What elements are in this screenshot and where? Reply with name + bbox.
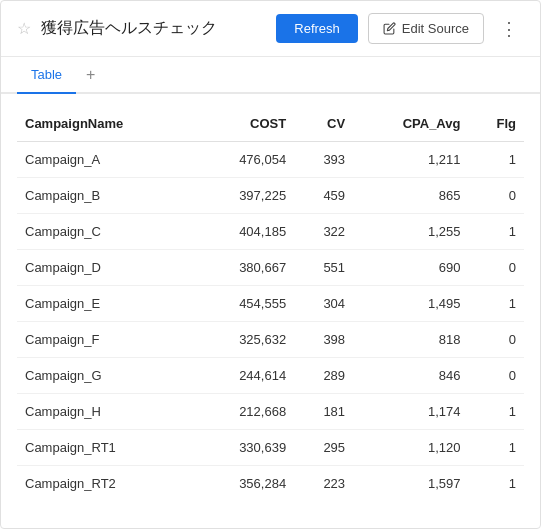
- table-row: Campaign_F325,6323988180: [17, 322, 524, 358]
- table-cell-cpa_avg: 1,597: [353, 466, 468, 502]
- table-cell-flg: 1: [468, 466, 524, 502]
- table-cell-campaignname: Campaign_D: [17, 250, 196, 286]
- table-cell-flg: 1: [468, 214, 524, 250]
- table-cell-flg: 1: [468, 286, 524, 322]
- table-row: Campaign_C404,1853221,2551: [17, 214, 524, 250]
- table-cell-cv: 459: [294, 178, 353, 214]
- table-cell-cpa_avg: 1,211: [353, 142, 468, 178]
- table-cell-cv: 289: [294, 358, 353, 394]
- table-cell-campaignname: Campaign_E: [17, 286, 196, 322]
- table-row: Campaign_RT2356,2842231,5971: [17, 466, 524, 502]
- table-row: Campaign_G244,6142898460: [17, 358, 524, 394]
- table-cell-cost: 454,555: [196, 286, 295, 322]
- star-icon[interactable]: ☆: [17, 19, 31, 38]
- col-header-cpa-avg: CPA_Avg: [353, 106, 468, 142]
- table-body: Campaign_A476,0543931,2111Campaign_B397,…: [17, 142, 524, 502]
- table-cell-cv: 181: [294, 394, 353, 430]
- table-cell-flg: 0: [468, 322, 524, 358]
- refresh-button[interactable]: Refresh: [276, 14, 358, 43]
- table-cell-cost: 404,185: [196, 214, 295, 250]
- edit-source-button[interactable]: Edit Source: [368, 13, 484, 44]
- edit-icon: [383, 22, 396, 35]
- table-cell-cv: 223: [294, 466, 353, 502]
- tabs-bar: Table +: [1, 57, 540, 94]
- app-container: ☆ 獲得広告ヘルスチェック Refresh Edit Source ⋮ Tabl…: [0, 0, 541, 529]
- table-cell-cost: 476,054: [196, 142, 295, 178]
- table-cell-cost: 380,667: [196, 250, 295, 286]
- table-cell-cv: 304: [294, 286, 353, 322]
- table-wrapper: CampaignName COST CV CPA_Avg Flg Campaig…: [1, 94, 540, 513]
- edit-source-label: Edit Source: [402, 21, 469, 36]
- tab-table[interactable]: Table: [17, 57, 76, 94]
- table-cell-campaignname: Campaign_H: [17, 394, 196, 430]
- table-cell-cost: 325,632: [196, 322, 295, 358]
- col-header-cv: CV: [294, 106, 353, 142]
- table-cell-campaignname: Campaign_C: [17, 214, 196, 250]
- table-row: Campaign_RT1330,6392951,1201: [17, 430, 524, 466]
- table-cell-cv: 393: [294, 142, 353, 178]
- table-cell-cpa_avg: 1,120: [353, 430, 468, 466]
- table-row: Campaign_D380,6675516900: [17, 250, 524, 286]
- table-cell-campaignname: Campaign_F: [17, 322, 196, 358]
- table-header-row: CampaignName COST CV CPA_Avg Flg: [17, 106, 524, 142]
- table-cell-campaignname: Campaign_RT1: [17, 430, 196, 466]
- col-header-cost: COST: [196, 106, 295, 142]
- table-row: Campaign_B397,2254598650: [17, 178, 524, 214]
- table-cell-flg: 0: [468, 250, 524, 286]
- header: ☆ 獲得広告ヘルスチェック Refresh Edit Source ⋮: [1, 1, 540, 57]
- table-cell-flg: 0: [468, 178, 524, 214]
- page-title: 獲得広告ヘルスチェック: [41, 18, 266, 39]
- table-row: Campaign_A476,0543931,2111: [17, 142, 524, 178]
- table-cell-cv: 398: [294, 322, 353, 358]
- table-cell-cv: 551: [294, 250, 353, 286]
- table-cell-cpa_avg: 690: [353, 250, 468, 286]
- table-cell-flg: 0: [468, 358, 524, 394]
- table-cell-campaignname: Campaign_RT2: [17, 466, 196, 502]
- table-cell-flg: 1: [468, 142, 524, 178]
- more-options-button[interactable]: ⋮: [494, 14, 524, 44]
- table-cell-cpa_avg: 1,174: [353, 394, 468, 430]
- table-cell-cpa_avg: 846: [353, 358, 468, 394]
- table-cell-flg: 1: [468, 430, 524, 466]
- table-row: Campaign_E454,5553041,4951: [17, 286, 524, 322]
- table-cell-cost: 356,284: [196, 466, 295, 502]
- table-cell-flg: 1: [468, 394, 524, 430]
- data-table: CampaignName COST CV CPA_Avg Flg Campaig…: [17, 106, 524, 501]
- table-cell-cost: 330,639: [196, 430, 295, 466]
- table-cell-cost: 212,668: [196, 394, 295, 430]
- table-cell-cost: 397,225: [196, 178, 295, 214]
- table-cell-campaignname: Campaign_A: [17, 142, 196, 178]
- table-cell-cv: 322: [294, 214, 353, 250]
- table-cell-cpa_avg: 865: [353, 178, 468, 214]
- table-cell-cpa_avg: 1,495: [353, 286, 468, 322]
- table-cell-campaignname: Campaign_B: [17, 178, 196, 214]
- table-cell-cpa_avg: 818: [353, 322, 468, 358]
- col-header-campaignname: CampaignName: [17, 106, 196, 142]
- table-cell-cv: 295: [294, 430, 353, 466]
- col-header-flg: Flg: [468, 106, 524, 142]
- table-row: Campaign_H212,6681811,1741: [17, 394, 524, 430]
- table-cell-campaignname: Campaign_G: [17, 358, 196, 394]
- add-tab-button[interactable]: +: [76, 58, 105, 94]
- table-cell-cost: 244,614: [196, 358, 295, 394]
- table-cell-cpa_avg: 1,255: [353, 214, 468, 250]
